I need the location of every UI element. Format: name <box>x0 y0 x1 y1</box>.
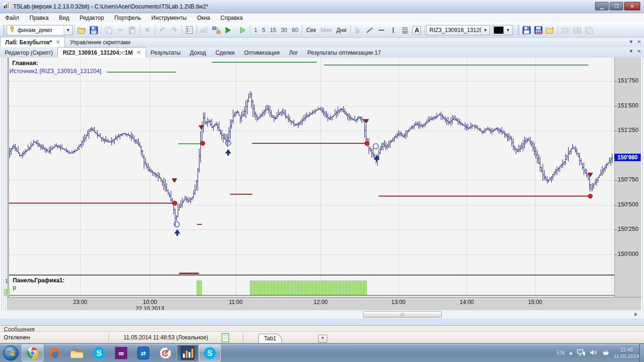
chart-view-button <box>198 25 210 36</box>
show-desktop-button[interactable] <box>639 344 644 362</box>
unit-days-button[interactable]: Дни <box>334 25 348 35</box>
open-layout-button[interactable] <box>545 25 556 36</box>
time-axis[interactable]: 23:0010:0022.10.201311:0012:0013:0014:00… <box>7 297 641 310</box>
scrollbar-right-arrow[interactable] <box>635 313 637 316</box>
menu-portfolio[interactable]: Портфель <box>109 14 146 22</box>
log-notebook-icon[interactable] <box>222 333 229 342</box>
clock[interactable]: 11:48 11.05.2014 <box>614 346 639 360</box>
taskbar-explorer-button[interactable] <box>66 345 88 362</box>
run-button[interactable] <box>222 25 234 36</box>
taskbar-ccleaner-button[interactable]: C <box>155 345 176 362</box>
open-file-button[interactable] <box>76 25 88 36</box>
text-tool-button[interactable]: A <box>411 25 423 36</box>
tab-chart-riz3[interactable]: RIZ3_130916_131204:-:1M ✕ <box>58 47 146 58</box>
tabrow-controls: ▼ ✕ <box>629 39 641 44</box>
tab-optimization[interactable]: Оптимизация <box>239 48 284 58</box>
add-workspace-tab-button[interactable]: + <box>318 335 327 343</box>
menu-edit[interactable]: Правка <box>25 14 54 22</box>
explorer-icon <box>70 347 84 359</box>
time-tick-label: 15:00 <box>521 299 549 305</box>
scrollbar-thumb[interactable] <box>363 311 442 318</box>
menu-tools[interactable]: Инструменты <box>146 14 192 22</box>
menu-help[interactable]: Справка <box>215 14 248 22</box>
tab-label: Результаты <box>151 49 181 56</box>
tab-lab-bezubytok[interactable]: Лаб: Безубыток* ✕ <box>0 37 65 47</box>
key-icon <box>9 26 15 34</box>
timeframe-5-button[interactable]: 5 <box>260 25 268 35</box>
skype-icon: S <box>203 346 216 360</box>
instrument-combobox[interactable]: RIZ3_130916_131204:- ▼ <box>426 25 490 35</box>
script-diagram-button[interactable] <box>210 25 222 36</box>
script-properties-button[interactable] <box>183 25 195 36</box>
menu-view[interactable]: Вид <box>54 14 74 22</box>
taskbar-tslab-button[interactable] <box>177 345 198 362</box>
source-series-label[interactable]: Источник1 [RIZ3_130916_131204] <box>9 68 101 74</box>
maximize-button[interactable]: ❐ <box>610 2 623 10</box>
chrome-icon <box>26 346 39 360</box>
safely-remove-hardware-icon[interactable] <box>602 349 610 358</box>
account-combobox[interactable]: финам_демо ▼ <box>7 25 73 35</box>
close-icon[interactable]: ✕ <box>637 49 641 54</box>
chevron-down-icon[interactable]: ▼ <box>481 25 489 35</box>
save-as-button[interactable]: АБ <box>533 25 545 36</box>
close-icon[interactable]: ✕ <box>136 49 140 56</box>
tab-editor-script[interactable]: Редактор (Скрипт) <box>0 48 58 58</box>
network-icon[interactable] <box>577 349 586 358</box>
taskbar-chrome-button[interactable] <box>22 345 43 362</box>
tab-optimization-results[interactable]: Результаты оптимизации 17 <box>303 48 386 58</box>
timeframe-30-button[interactable]: 30 <box>279 25 289 35</box>
vertical-line-tool-button[interactable] <box>388 25 399 36</box>
unit-seconds-button[interactable]: Сек <box>304 25 318 35</box>
run-agent-button[interactable] <box>237 25 248 36</box>
close-icon[interactable]: ✕ <box>637 39 641 44</box>
toolbar-grip[interactable] <box>3 25 5 35</box>
horizontal-line-tool-button[interactable] <box>376 25 388 36</box>
subpane-legend[interactable]: p <box>13 284 16 291</box>
toolbar-grip[interactable] <box>517 25 520 35</box>
tab-results[interactable]: Результаты <box>146 48 185 58</box>
tab-script-management[interactable]: Управление скриптами <box>65 38 135 47</box>
save-button[interactable] <box>88 25 99 36</box>
chevron-down-icon[interactable]: ▼ <box>64 25 72 35</box>
tab-income[interactable]: Доход <box>185 48 211 58</box>
svg-text:C: C <box>162 348 168 358</box>
unit-minutes-button[interactable]: Мин <box>318 25 334 35</box>
chevron-down-icon[interactable]: ▼ <box>504 25 512 35</box>
taskbar-visual-studio-button[interactable]: ∞ <box>110 345 132 362</box>
start-button[interactable] <box>1 345 21 362</box>
windows-taskbar: S ∞ ⇄ C S EN <box>0 343 644 362</box>
save-layout-button[interactable] <box>521 25 533 36</box>
timeframe-60-button[interactable]: 60 <box>289 25 300 35</box>
color-combobox[interactable]: ▼ <box>492 25 512 35</box>
menu-windows[interactable]: Окна <box>192 14 215 22</box>
trend-line-tool-button[interactable] <box>364 25 376 36</box>
price-tick-label: 151'500 <box>618 102 638 109</box>
teamviewer-icon: ⇄ <box>137 346 150 360</box>
tab-list-icon[interactable]: ▼ <box>629 39 634 44</box>
timeframe-1-button[interactable]: 1 <box>252 25 260 35</box>
timeframe-15-button[interactable]: 15 <box>267 25 278 35</box>
tab-log[interactable]: Лог <box>284 48 303 58</box>
tray-expand-icon[interactable] <box>569 352 573 354</box>
fibo-lines-tool-button[interactable] <box>399 25 411 36</box>
menu-file[interactable]: Файл <box>0 14 25 22</box>
price-chart-canvas[interactable] <box>9 58 614 297</box>
taskbar-skype2-button[interactable]: S <box>199 345 221 362</box>
menu-editor[interactable]: Редактор <box>74 14 109 22</box>
price-axis[interactable]: 151'750151'500151'250150'750150'500150'2… <box>614 58 641 297</box>
volume-icon[interactable] <box>590 349 598 357</box>
taskbar-teamviewer-button[interactable]: ⇄ <box>132 345 154 362</box>
taskbar-firefox-button[interactable] <box>44 345 66 362</box>
tab-trades[interactable]: Сделки <box>211 48 239 58</box>
connection-status: Отключен <box>4 334 30 341</box>
messages-panel-header[interactable]: Сообщения <box>0 325 644 332</box>
tab-list-icon[interactable]: ▼ <box>629 49 634 54</box>
horizontal-scrollbar[interactable] <box>0 310 644 319</box>
workspace-tab1[interactable]: Tab1 <box>258 334 282 344</box>
close-icon[interactable]: ✕ <box>56 39 60 45</box>
close-button[interactable]: ✕ <box>624 2 640 10</box>
windows-orb-icon <box>3 345 19 361</box>
taskbar-skype-button[interactable]: S <box>88 345 110 362</box>
minimize-button[interactable]: ▁ <box>595 2 609 10</box>
language-indicator[interactable]: EN <box>557 350 565 356</box>
